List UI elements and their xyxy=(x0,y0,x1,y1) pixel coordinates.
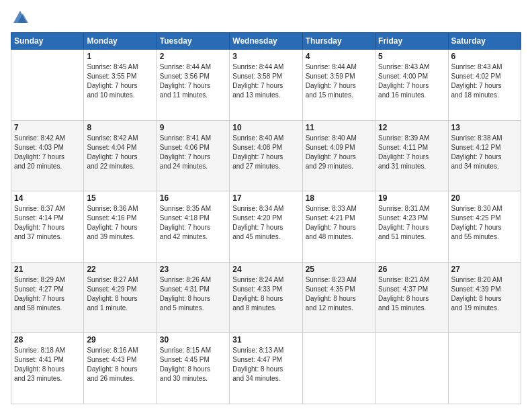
day-number: 24 xyxy=(232,265,299,274)
cell-content: Sunrise: 8:41 AM Sunset: 4:06 PM Dayligh… xyxy=(160,134,226,171)
cell-content: Sunrise: 8:29 AM Sunset: 4:27 PM Dayligh… xyxy=(14,275,81,313)
cell-content: Sunrise: 8:20 AM Sunset: 4:39 PM Dayligh… xyxy=(451,275,518,313)
cell-content: Sunrise: 8:35 AM Sunset: 4:18 PM Dayligh… xyxy=(160,204,226,242)
calendar-cell: 16Sunrise: 8:35 AM Sunset: 4:18 PM Dayli… xyxy=(157,191,229,263)
calendar-cell xyxy=(302,333,375,404)
header-cell-saturday: Saturday xyxy=(448,33,521,50)
day-number: 2 xyxy=(160,52,226,61)
week-row-5: 28Sunrise: 8:18 AM Sunset: 4:41 PM Dayli… xyxy=(11,333,521,404)
day-number: 26 xyxy=(378,265,445,274)
cell-content: Sunrise: 8:36 AM Sunset: 4:16 PM Dayligh… xyxy=(87,204,153,242)
week-row-1: 1Sunrise: 8:45 AM Sunset: 3:55 PM Daylig… xyxy=(11,50,521,121)
calendar-cell: 4Sunrise: 8:44 AM Sunset: 3:59 PM Daylig… xyxy=(302,50,375,121)
header-cell-sunday: Sunday xyxy=(11,33,84,50)
calendar-cell: 30Sunrise: 8:15 AM Sunset: 4:45 PM Dayli… xyxy=(157,333,229,404)
cell-content: Sunrise: 8:42 AM Sunset: 4:04 PM Dayligh… xyxy=(87,134,153,171)
calendar-cell: 11Sunrise: 8:40 AM Sunset: 4:09 PM Dayli… xyxy=(302,120,375,191)
day-number: 14 xyxy=(14,193,81,203)
header-cell-friday: Friday xyxy=(375,33,448,50)
cell-content: Sunrise: 8:30 AM Sunset: 4:25 PM Dayligh… xyxy=(451,204,518,242)
cell-content: Sunrise: 8:44 AM Sunset: 3:59 PM Dayligh… xyxy=(306,62,372,100)
calendar-cell xyxy=(375,333,448,404)
day-number: 23 xyxy=(160,265,226,274)
day-number: 1 xyxy=(87,52,153,61)
calendar-cell xyxy=(11,50,84,121)
calendar-cell: 19Sunrise: 8:31 AM Sunset: 4:23 PM Dayli… xyxy=(375,191,448,263)
logo-icon xyxy=(11,8,30,27)
cell-content: Sunrise: 8:13 AM Sunset: 4:47 PM Dayligh… xyxy=(232,346,299,383)
calendar-cell: 24Sunrise: 8:24 AM Sunset: 4:33 PM Dayli… xyxy=(230,262,302,333)
day-number: 25 xyxy=(306,265,372,274)
calendar-cell: 3Sunrise: 8:44 AM Sunset: 3:58 PM Daylig… xyxy=(230,50,302,121)
calendar-cell: 17Sunrise: 8:34 AM Sunset: 4:20 PM Dayli… xyxy=(230,191,302,263)
cell-content: Sunrise: 8:24 AM Sunset: 4:33 PM Dayligh… xyxy=(232,275,299,313)
day-number: 17 xyxy=(232,193,299,203)
day-number: 30 xyxy=(160,335,226,345)
cell-content: Sunrise: 8:15 AM Sunset: 4:45 PM Dayligh… xyxy=(160,346,226,383)
calendar-cell: 21Sunrise: 8:29 AM Sunset: 4:27 PM Dayli… xyxy=(11,262,84,333)
cell-content: Sunrise: 8:40 AM Sunset: 4:09 PM Dayligh… xyxy=(306,134,372,171)
cell-content: Sunrise: 8:44 AM Sunset: 3:56 PM Dayligh… xyxy=(160,62,226,100)
day-number: 19 xyxy=(378,193,445,203)
calendar-cell: 9Sunrise: 8:41 AM Sunset: 4:06 PM Daylig… xyxy=(157,120,229,191)
page-container: SundayMondayTuesdayWednesdayThursdayFrid… xyxy=(0,0,532,411)
header-cell-monday: Monday xyxy=(84,33,157,50)
calendar-cell: 8Sunrise: 8:42 AM Sunset: 4:04 PM Daylig… xyxy=(84,120,157,191)
cell-content: Sunrise: 8:42 AM Sunset: 4:03 PM Dayligh… xyxy=(14,134,81,171)
day-number: 3 xyxy=(232,52,299,61)
logo xyxy=(11,8,32,27)
cell-content: Sunrise: 8:37 AM Sunset: 4:14 PM Dayligh… xyxy=(14,204,81,242)
calendar-cell: 5Sunrise: 8:43 AM Sunset: 4:00 PM Daylig… xyxy=(375,50,448,121)
calendar-cell: 22Sunrise: 8:27 AM Sunset: 4:29 PM Dayli… xyxy=(84,262,157,333)
calendar-cell: 31Sunrise: 8:13 AM Sunset: 4:47 PM Dayli… xyxy=(230,333,302,404)
header xyxy=(11,8,521,27)
calendar-cell: 10Sunrise: 8:40 AM Sunset: 4:08 PM Dayli… xyxy=(230,120,302,191)
calendar-cell: 25Sunrise: 8:23 AM Sunset: 4:35 PM Dayli… xyxy=(302,262,375,333)
calendar-cell: 27Sunrise: 8:20 AM Sunset: 4:39 PM Dayli… xyxy=(448,262,521,333)
week-row-4: 21Sunrise: 8:29 AM Sunset: 4:27 PM Dayli… xyxy=(11,262,521,333)
calendar-cell: 20Sunrise: 8:30 AM Sunset: 4:25 PM Dayli… xyxy=(448,191,521,263)
calendar-cell: 7Sunrise: 8:42 AM Sunset: 4:03 PM Daylig… xyxy=(11,120,84,191)
cell-content: Sunrise: 8:26 AM Sunset: 4:31 PM Dayligh… xyxy=(160,275,226,313)
cell-content: Sunrise: 8:34 AM Sunset: 4:20 PM Dayligh… xyxy=(232,204,299,242)
calendar-cell: 12Sunrise: 8:39 AM Sunset: 4:11 PM Dayli… xyxy=(375,120,448,191)
day-number: 9 xyxy=(160,123,226,132)
day-number: 13 xyxy=(451,123,518,132)
week-row-2: 7Sunrise: 8:42 AM Sunset: 4:03 PM Daylig… xyxy=(11,120,521,191)
day-number: 18 xyxy=(306,193,372,203)
cell-content: Sunrise: 8:33 AM Sunset: 4:21 PM Dayligh… xyxy=(306,204,372,242)
day-number: 12 xyxy=(378,123,445,132)
cell-content: Sunrise: 8:31 AM Sunset: 4:23 PM Dayligh… xyxy=(378,204,445,242)
cell-content: Sunrise: 8:18 AM Sunset: 4:41 PM Dayligh… xyxy=(14,346,81,383)
cell-content: Sunrise: 8:45 AM Sunset: 3:55 PM Dayligh… xyxy=(87,62,153,100)
week-row-3: 14Sunrise: 8:37 AM Sunset: 4:14 PM Dayli… xyxy=(11,191,521,263)
day-number: 31 xyxy=(232,335,299,345)
cell-content: Sunrise: 8:21 AM Sunset: 4:37 PM Dayligh… xyxy=(378,275,445,313)
day-number: 11 xyxy=(306,123,372,132)
calendar-cell: 28Sunrise: 8:18 AM Sunset: 4:41 PM Dayli… xyxy=(11,333,84,404)
day-number: 8 xyxy=(87,123,153,132)
day-number: 5 xyxy=(378,52,445,61)
cell-content: Sunrise: 8:43 AM Sunset: 4:00 PM Dayligh… xyxy=(378,62,445,100)
header-row: SundayMondayTuesdayWednesdayThursdayFrid… xyxy=(11,33,521,50)
cell-content: Sunrise: 8:23 AM Sunset: 4:35 PM Dayligh… xyxy=(306,275,372,313)
day-number: 28 xyxy=(14,335,81,345)
day-number: 21 xyxy=(14,265,81,274)
day-number: 27 xyxy=(451,265,518,274)
calendar-cell: 6Sunrise: 8:43 AM Sunset: 4:02 PM Daylig… xyxy=(448,50,521,121)
day-number: 22 xyxy=(87,265,153,274)
day-number: 16 xyxy=(160,193,226,203)
calendar-cell: 15Sunrise: 8:36 AM Sunset: 4:16 PM Dayli… xyxy=(84,191,157,263)
day-number: 7 xyxy=(14,123,81,132)
cell-content: Sunrise: 8:16 AM Sunset: 4:43 PM Dayligh… xyxy=(87,346,153,383)
calendar-cell xyxy=(448,333,521,404)
day-number: 6 xyxy=(451,52,518,61)
calendar-cell: 26Sunrise: 8:21 AM Sunset: 4:37 PM Dayli… xyxy=(375,262,448,333)
calendar-header: SundayMondayTuesdayWednesdayThursdayFrid… xyxy=(11,33,521,50)
cell-content: Sunrise: 8:27 AM Sunset: 4:29 PM Dayligh… xyxy=(87,275,153,313)
cell-content: Sunrise: 8:38 AM Sunset: 4:12 PM Dayligh… xyxy=(451,134,518,171)
cell-content: Sunrise: 8:43 AM Sunset: 4:02 PM Dayligh… xyxy=(451,62,518,100)
day-number: 29 xyxy=(87,335,153,345)
calendar-table: SundayMondayTuesdayWednesdayThursdayFrid… xyxy=(11,32,521,404)
day-number: 15 xyxy=(87,193,153,203)
